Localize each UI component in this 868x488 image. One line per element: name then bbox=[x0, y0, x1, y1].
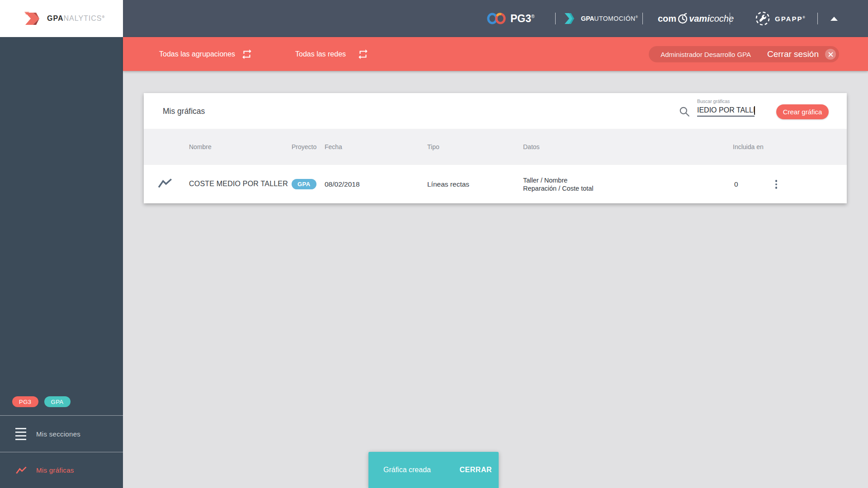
networks-filter-label[interactable]: Todas las redes bbox=[295, 37, 346, 71]
sidebar-item-mis-graficas[interactable]: Mis gráficas bbox=[0, 452, 123, 488]
column-header-fecha: Fecha bbox=[325, 129, 342, 165]
column-header-proyecto: Proyecto bbox=[292, 129, 316, 165]
repeat-icon bbox=[357, 48, 369, 60]
collapse-header-button[interactable] bbox=[827, 14, 841, 23]
panel-title: Mis gráficas bbox=[163, 107, 205, 116]
toast-close-button[interactable]: CERRAR bbox=[460, 466, 492, 474]
sidebar-badges: PG3 GPA bbox=[12, 396, 71, 407]
brand-gpapp-label: GPAPP® bbox=[775, 15, 806, 23]
row-included-count: 0 bbox=[734, 180, 738, 188]
project-badge: GPA bbox=[292, 179, 316, 189]
sidebar-item-mis-secciones[interactable]: Mis secciones bbox=[0, 415, 123, 452]
brand-gpautomocion[interactable]: GPAUTOMOCIÓN® bbox=[563, 0, 638, 37]
menu-icon bbox=[15, 427, 27, 441]
sidebar-item-label: Mis secciones bbox=[36, 430, 80, 438]
badge-pg3[interactable]: PG3 bbox=[12, 396, 38, 407]
brand-compra-part2: vami bbox=[689, 14, 710, 24]
text-caret bbox=[754, 106, 755, 115]
row-data-line1: Taller / Nombre bbox=[523, 177, 594, 185]
search-icon bbox=[679, 106, 690, 117]
sidebar-item-label: Mis gráficas bbox=[36, 466, 74, 474]
column-header-incluida-en: Incluida en bbox=[733, 129, 764, 165]
brand-compravamicoche[interactable]: com vami coche bbox=[658, 0, 734, 37]
chart-line-icon bbox=[15, 466, 27, 474]
table-row[interactable]: COSTE MEDIO POR TALLER GPA 08/02/2018 Lí… bbox=[144, 165, 847, 203]
user-session-pill: Administrador Desarrollo GPA Cerrar sesi… bbox=[649, 46, 839, 62]
infinity-icon bbox=[487, 12, 506, 25]
row-type: Líneas rectas bbox=[427, 180, 469, 188]
kebab-icon bbox=[775, 180, 778, 182]
swap-networks-button[interactable] bbox=[357, 48, 369, 60]
row-data-fields: Taller / Nombre Reparación / Coste total bbox=[523, 177, 594, 192]
gpanalytics-logo[interactable]: GPANALYTICS® bbox=[0, 0, 123, 37]
repeat-icon bbox=[241, 48, 253, 60]
chart-line-icon bbox=[158, 178, 172, 189]
row-name: COSTE MEDIO POR TALLER bbox=[189, 180, 288, 188]
search-input[interactable] bbox=[697, 105, 755, 117]
double-chevron-icon bbox=[563, 12, 576, 25]
chevron-up-icon bbox=[830, 17, 838, 21]
brand-compra-part3: coche bbox=[710, 14, 734, 24]
wrench-icon bbox=[755, 11, 770, 26]
search-field: Buscar gráficas bbox=[697, 99, 755, 117]
mis-graficas-panel: Mis gráficas Buscar gráficas Crear gráfi… bbox=[144, 93, 847, 203]
header-divider bbox=[730, 13, 730, 24]
column-header-nombre: Nombre bbox=[189, 129, 212, 165]
sidebar: GPANALYTICS® PG3 GPA Mis secciones Mis g… bbox=[0, 0, 123, 488]
brand-gpapp[interactable]: GPAPP® bbox=[755, 0, 806, 37]
column-header-datos: Datos bbox=[523, 129, 540, 165]
gpanalytics-wordmark: GPANALYTICS® bbox=[47, 14, 105, 23]
brand-compra-part1: com bbox=[658, 14, 676, 24]
brand-pg3-label: PG3® bbox=[510, 13, 534, 25]
row-menu-button[interactable] bbox=[770, 177, 782, 192]
toast-message: Gráfica creada bbox=[383, 466, 431, 474]
swap-groupings-button[interactable] bbox=[241, 48, 253, 60]
groupings-filter-label[interactable]: Todas las agrupaciones bbox=[159, 37, 235, 71]
header-divider bbox=[817, 13, 818, 24]
create-chart-button[interactable]: Crear gráfica bbox=[776, 104, 829, 119]
badge-gpa[interactable]: GPA bbox=[44, 396, 71, 407]
logged-user-label: Administrador Desarrollo GPA bbox=[660, 51, 751, 58]
column-header-tipo: Tipo bbox=[427, 129, 439, 165]
logout-button[interactable]: Cerrar sesión bbox=[767, 49, 819, 59]
brand-gpautomocion-label: GPAUTOMOCIÓN® bbox=[581, 15, 638, 22]
row-date: 08/02/2018 bbox=[325, 180, 360, 188]
toast-notification: Gráfica creada CERRAR bbox=[368, 452, 499, 488]
header-divider bbox=[642, 13, 643, 24]
table-header: Nombre Proyecto Fecha Tipo Datos Incluid… bbox=[144, 129, 847, 165]
brand-pg3[interactable]: PG3® bbox=[487, 0, 534, 37]
top-header-bar: PG3® GPAUTOMOCIÓN® com vami coche GPAPP® bbox=[123, 0, 868, 37]
close-session-icon[interactable] bbox=[825, 49, 836, 60]
filter-bar: Todas las agrupaciones Todas las redes A… bbox=[123, 37, 868, 71]
clock-icon bbox=[677, 13, 688, 24]
search-field-label: Buscar gráficas bbox=[697, 99, 755, 104]
gpanalytics-mark-icon bbox=[21, 8, 42, 29]
header-divider bbox=[555, 13, 556, 24]
row-data-line2: Reparación / Coste total bbox=[523, 185, 594, 193]
